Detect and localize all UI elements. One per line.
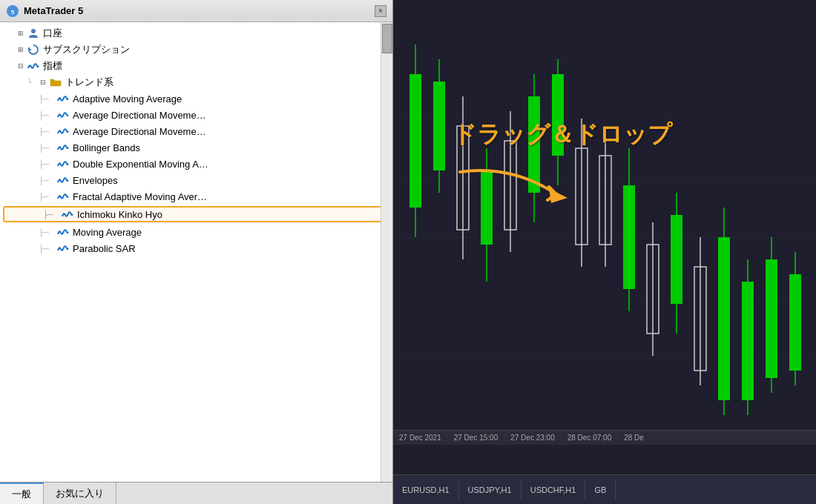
drag-arrow-icon <box>453 157 616 216</box>
svg-rect-41 <box>766 259 777 378</box>
subscription-label: サブスクリプション <box>43 43 130 56</box>
chart-panel: ドラッグ＆ドロップ 27 Dec 2021 27 Dec 15:00 27 De… <box>393 0 816 504</box>
tree-item-indicators[interactable]: ⊟ 指標 <box>0 58 392 74</box>
drag-text: ドラッグ＆ドロップ <box>453 119 672 151</box>
date-label-3: 28 Dec 07:00 <box>562 434 619 442</box>
connector-env: ├─ <box>39 176 56 185</box>
tab-general[interactable]: 一般 <box>0 483 44 504</box>
ama-icon <box>56 93 70 105</box>
chart-tab-gb[interactable]: GB <box>585 480 616 500</box>
tree-item-ama[interactable]: ├─ Adaptive Moving Average <box>0 90 392 107</box>
svg-marker-44 <box>549 188 567 203</box>
connector-adm2: ├─ <box>39 127 56 136</box>
expand-icon-subscription: ⊞ <box>15 44 27 56</box>
svg-rect-11 <box>409 74 421 208</box>
navigator-tabs: 一般 お気に入り <box>0 482 392 504</box>
tree-item-subscription[interactable]: ⊞ サブスクリプション <box>0 42 392 58</box>
chart-area: ドラッグ＆ドロップ 27 Dec 2021 27 Dec 15:00 27 De… <box>393 0 816 474</box>
adm2-icon <box>56 125 70 137</box>
connector-ma: ├─ <box>39 228 56 236</box>
expand-icon-indicators: ⊟ <box>15 60 27 72</box>
tree-item-psar[interactable]: ├─ Parabolic SAR <box>0 240 392 256</box>
folder-icon <box>49 76 62 88</box>
svg-rect-43 <box>789 274 801 371</box>
scrollbar-thumb[interactable] <box>382 24 392 53</box>
connector-trend: └ <box>27 79 37 87</box>
tree-item-bb[interactable]: ├─ Bollinger Bands <box>0 139 392 156</box>
subscription-icon <box>27 44 40 56</box>
indicators-label: 指標 <box>43 59 62 73</box>
env-label: Envelopes <box>73 175 118 186</box>
date-label-1: 27 Dec 15:00 <box>448 434 505 442</box>
date-label-0: 27 Dec 2021 <box>393 434 448 442</box>
tree-item-ma[interactable]: ├─ Moving Average <box>0 224 392 240</box>
connector-bb: ├─ <box>39 144 56 152</box>
svg-rect-37 <box>718 237 730 400</box>
tree-item-trend[interactable]: └ ⊟ トレンド系 <box>0 74 392 90</box>
adm1-label: Average Directional Moveme… <box>73 110 206 121</box>
navigator-titlebar: 5 MetaTrader 5 × <box>0 0 392 22</box>
drag-annotation: ドラッグ＆ドロップ <box>453 119 672 219</box>
env-icon <box>56 174 70 186</box>
chart-date-bar: 27 Dec 2021 27 Dec 15:00 27 Dec 23:00 28… <box>393 430 816 445</box>
chart-bottom-bar: EURUSD,H1 USDJPY,H1 USDCHF,H1 GB <box>393 474 816 504</box>
navigator-close-button[interactable]: × <box>375 5 386 17</box>
fama-label: Fractal Adaptive Moving Aver… <box>73 191 207 202</box>
tree-item-env[interactable]: ├─ Envelopes <box>0 172 392 188</box>
ichimoku-label: Ichimoku Kinko Hyo <box>77 209 162 220</box>
connector-ama: ├─ <box>39 95 56 103</box>
adm1-icon <box>56 109 70 121</box>
connector-fama: ├─ <box>39 193 56 201</box>
indicators-icon <box>27 60 40 72</box>
fama-icon <box>56 190 70 202</box>
expand-icon-account: ⊞ <box>15 27 27 39</box>
tree-item-ichimoku[interactable]: ├─ Ichimoku Kinko Hyo <box>3 206 389 222</box>
adm2-label: Average Directional Moveme… <box>73 126 206 137</box>
ma-icon <box>56 226 70 238</box>
trend-label: トレンド系 <box>65 76 113 89</box>
tab-favorites[interactable]: お気に入り <box>44 483 116 504</box>
psar-icon <box>56 242 70 254</box>
expand-icon-trend: ⊟ <box>37 76 49 88</box>
connector-ichi: ├─ <box>43 210 61 219</box>
connector-adm1: ├─ <box>39 111 56 119</box>
tree-item-dema[interactable]: ├─ Double Exponential Moving A… <box>0 156 392 172</box>
navigator-scrollbar[interactable] <box>381 22 392 482</box>
svg-text:5: 5 <box>11 9 15 16</box>
date-label-2: 27 Dec 23:00 <box>504 434 562 442</box>
svg-rect-33 <box>671 215 682 304</box>
tree-item-adm1[interactable]: ├─ Average Directional Moveme… <box>0 107 392 123</box>
account-icon <box>27 27 40 39</box>
navigator-title: MetaTrader 5 <box>24 5 83 16</box>
navigator-panel: 5 MetaTrader 5 × ⊞ 口座 ⊞ <box>0 0 393 504</box>
bb-label: Bollinger Bands <box>73 142 140 153</box>
chart-tab-usdchf[interactable]: USDCHF,H1 <box>521 480 586 500</box>
tree-item-account[interactable]: ⊞ 口座 <box>0 25 392 42</box>
bb-icon <box>56 142 70 153</box>
svg-point-2 <box>31 29 36 33</box>
chart-tab-usdjpy[interactable]: USDJPY,H1 <box>459 480 521 500</box>
date-label-4: 28 De <box>618 434 651 442</box>
dema-label: Double Exponential Moving A… <box>73 159 208 170</box>
tree-item-adm2[interactable]: ├─ Average Directional Moveme… <box>0 123 392 139</box>
svg-rect-39 <box>742 282 754 400</box>
svg-rect-13 <box>433 82 445 170</box>
dema-icon <box>56 158 70 170</box>
connector-psar: ├─ <box>39 245 56 253</box>
chart-tab-eurusd[interactable]: EURUSD,H1 <box>393 480 459 500</box>
psar-label: Parabolic SAR <box>73 243 136 254</box>
connector-dema: ├─ <box>39 160 56 168</box>
mt5-logo-icon: 5 <box>6 4 19 18</box>
ama-label: Adaptive Moving Average <box>73 93 182 105</box>
tree-item-fama[interactable]: ├─ Fractal Adaptive Moving Aver… <box>0 188 392 205</box>
navigator-content: ⊞ 口座 ⊞ サブスクリプション ⊟ <box>0 22 392 482</box>
candlestick-chart <box>393 0 816 474</box>
account-label: 口座 <box>43 27 62 40</box>
ichi-icon <box>61 208 74 220</box>
ma-label: Moving Average <box>73 227 142 238</box>
